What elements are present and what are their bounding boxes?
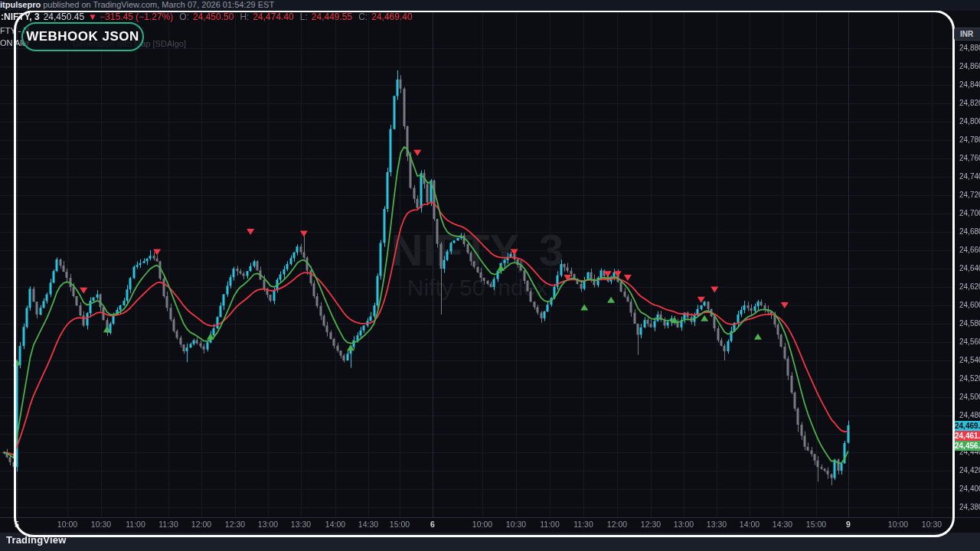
price-axis-label: 24,840.00 xyxy=(959,80,980,90)
open-value: 24,450.50 xyxy=(193,11,234,22)
price-axis-label: 24,780.00 xyxy=(959,135,980,145)
symbol-ohlc-bar: :NIFTY, 3 24,450.45 ▼ −315.45 (−1.27%) O… xyxy=(1,11,413,22)
symbol-name: :NIFTY, 3 xyxy=(1,11,40,22)
price-axis-label: 24,500.00 xyxy=(959,393,980,402)
time-axis-label: 12:30 xyxy=(641,520,661,529)
time-axis-label: 10:30 xyxy=(91,520,111,529)
price-axis-label: 24,740.00 xyxy=(959,172,980,181)
slow-ma-price-tag: 24,461. xyxy=(952,431,980,441)
time-axis-label: 15:00 xyxy=(806,520,826,529)
price-axis-label: 24,420.00 xyxy=(959,466,980,475)
high-label: H: xyxy=(240,11,249,22)
price-axis-label: 24,720.00 xyxy=(959,191,980,200)
time-axis-label: 14:00 xyxy=(740,520,760,529)
price-axis-label: 24,560.00 xyxy=(959,337,980,347)
price-axis-label: 24,880.00 xyxy=(959,44,980,53)
currency-button[interactable]: INR xyxy=(954,28,980,41)
price-axis-label: 24,680.00 xyxy=(959,227,980,236)
last-price-tag: 24,469.40 xyxy=(952,421,980,431)
price-axis-label: 24,860.00 xyxy=(959,62,980,71)
time-axis-label: 10:30 xyxy=(922,520,942,529)
time-axis-label: 13:00 xyxy=(674,520,694,529)
time-axis-day-label: 9 xyxy=(846,520,851,529)
time-axis-label: 13:30 xyxy=(291,520,311,529)
time-axis-label: 15:00 xyxy=(390,520,410,529)
time-axis-label: 14:00 xyxy=(325,520,345,529)
open-label: O: xyxy=(179,11,189,22)
price-axis-label: 24,400.00 xyxy=(959,484,980,494)
time-axis-label: 10:00 xyxy=(888,520,908,529)
fast-ma-price-tag: 24,456. xyxy=(952,441,980,451)
close-label: C: xyxy=(358,11,368,22)
time-axis-day-label: 6 xyxy=(430,520,435,529)
time-axis-label: 12:00 xyxy=(607,520,627,529)
attribution-text: published on TradingView.com, March 07, … xyxy=(41,0,274,9)
time-axis-label: 12:30 xyxy=(225,520,245,529)
webhook-json-badge[interactable]: WEBHOOK JSON xyxy=(21,22,144,51)
time-axis-label: 13:30 xyxy=(707,520,727,529)
low-value: 24,449.55 xyxy=(312,11,352,22)
price-axis-label: 24,600.00 xyxy=(959,301,980,310)
tradingview-logo[interactable]: TradingView xyxy=(6,534,67,546)
webhook-json-badge-label: WEBHOOK JSON xyxy=(26,29,139,44)
price-change: ▼ −315.45 (−1.27%) xyxy=(88,11,173,22)
high-value: 24,474.40 xyxy=(253,11,293,22)
time-axis-label: 11:00 xyxy=(540,520,560,529)
price-axis-label: 24,640.00 xyxy=(959,264,980,273)
price-axis-label: 24,380.00 xyxy=(959,503,980,512)
time-axis-label: 11:30 xyxy=(158,520,178,529)
price-axis-label: 24,540.00 xyxy=(959,356,980,365)
close-value: 24,469.40 xyxy=(371,11,412,22)
attribution-username: itpulsepro xyxy=(0,0,41,9)
price-axis-label: 24,620.00 xyxy=(959,282,980,292)
price-axis-label: 24,760.00 xyxy=(959,154,980,163)
time-axis-label: 11:00 xyxy=(126,520,145,529)
price-axis-label: 24,660.00 xyxy=(959,246,980,255)
price-axis-label: 24,520.00 xyxy=(959,374,980,383)
time-axis-label: 10:00 xyxy=(57,520,77,529)
time-axis-label: 10:00 xyxy=(472,520,492,529)
price-axis-label: 24,580.00 xyxy=(959,319,980,328)
time-axis-label: 11:30 xyxy=(573,520,593,529)
time-axis-label: 14:30 xyxy=(773,520,792,529)
time-axis-label: 10:30 xyxy=(506,520,526,529)
price-chart-canvas[interactable] xyxy=(0,0,980,551)
price-axis-label: 24,800.00 xyxy=(959,117,980,126)
tradingview-snapshot: { "attribution": { "user": "itpulsepro",… xyxy=(0,0,980,551)
price-axis-label: 24,700.00 xyxy=(959,209,980,218)
bottom-strip xyxy=(0,533,980,551)
price-axis-label: 24,820.00 xyxy=(959,99,980,108)
time-axis-day-label: 5 xyxy=(15,520,19,529)
time-axis-label: 14:30 xyxy=(358,520,378,529)
time-axis-label: 13:00 xyxy=(258,520,278,529)
last-price: 24,450.45 xyxy=(44,11,84,22)
attribution-bar: itpulsepro published on TradingView.com,… xyxy=(0,0,980,11)
low-label: L: xyxy=(300,11,308,22)
time-axis-label: 12:00 xyxy=(191,520,211,529)
price-axis-label: 24,480.00 xyxy=(959,411,980,420)
